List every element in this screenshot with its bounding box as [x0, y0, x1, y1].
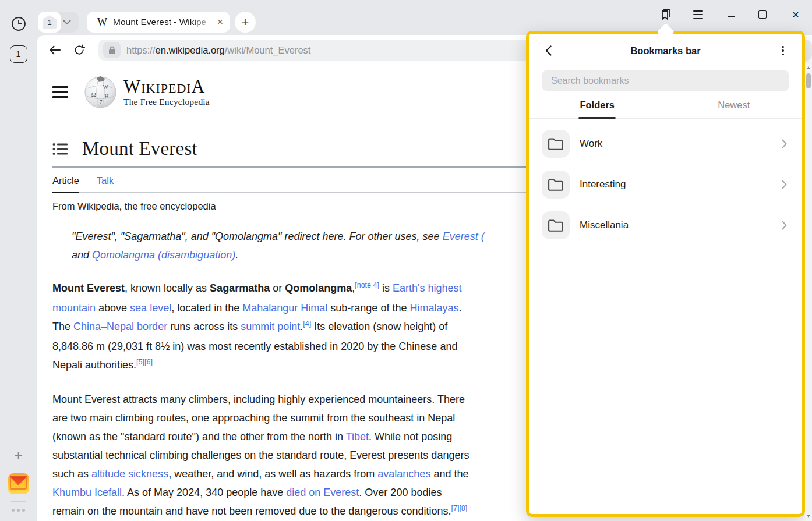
reload-button[interactable]: [69, 40, 89, 60]
svg-text:Ω: Ω: [91, 91, 96, 98]
wiki-link[interactable]: sea level: [130, 302, 171, 314]
folder-row-interesting[interactable]: Interesting: [542, 164, 789, 205]
lock-icon: [108, 46, 116, 55]
wiki-link[interactable]: died on Everest: [286, 487, 359, 498]
chevron-left-icon: [545, 45, 552, 56]
wiki-text: such as: [52, 468, 91, 480]
panel-tabs: Folders Newest: [529, 100, 802, 119]
wiki-link[interactable]: altitude sickness: [91, 468, 168, 480]
url-path: /wiki/Mount_Everest: [225, 45, 311, 56]
folder-name: Interesting: [580, 179, 626, 190]
wiki-text: sub-range of the: [327, 302, 409, 314]
active-tab[interactable]: W Mount Everest - Wikipe ×: [87, 12, 230, 33]
wiki-ref-link[interactable]: [5][6]: [136, 358, 153, 366]
wiki-link[interactable]: Mahalangur Himal: [242, 302, 327, 314]
all-tabs-button[interactable]: 1: [10, 45, 27, 63]
maximize-button[interactable]: [755, 7, 770, 22]
wiki-text: or: [270, 282, 285, 294]
folder-list: Work Interesting Miscellania: [529, 119, 802, 246]
wikipedia-wordmark[interactable]: WikipediA The Free Encyclopedia: [123, 77, 210, 107]
wiki-link[interactable]: Khumbu Icefall: [52, 487, 122, 498]
wiki-link[interactable]: Everest (: [443, 231, 485, 242]
chevron-right-icon: [779, 179, 789, 190]
page-scrollbar[interactable]: [805, 63, 812, 521]
chevron-right-icon: [779, 139, 789, 149]
tab-group-chip[interactable]: 1: [38, 12, 79, 33]
wiki-link[interactable]: mountain: [52, 302, 96, 314]
panel-back-button[interactable]: [541, 43, 556, 58]
wiki-text: and the: [430, 468, 468, 480]
wiki-text: is: [379, 282, 393, 294]
wiki-text: .: [235, 249, 238, 261]
sidebar-add-icon[interactable]: +: [14, 448, 23, 463]
lock-chip[interactable]: [103, 42, 121, 58]
wiki-text: The: [52, 321, 73, 332]
wiki-link[interactable]: China–Nepal border: [73, 321, 167, 332]
wiki-text: Qomolangma: [285, 282, 352, 294]
wiki-text: are two main climbing routes, one approa…: [52, 412, 455, 424]
wordmark-tagline: The Free Encyclopedia: [123, 97, 210, 107]
wiki-text: . While not posing: [369, 431, 452, 442]
tab-close-icon[interactable]: ×: [217, 16, 223, 28]
wiki-text: . As of May 2024, 340 people have: [122, 487, 286, 498]
wikipedia-favicon: W: [97, 16, 107, 29]
scroll-down-arrow[interactable]: [807, 515, 810, 518]
history-icon[interactable]: [10, 15, 27, 33]
bookmarks-icon: [659, 8, 673, 22]
wiki-text: Sagarmatha: [210, 282, 270, 294]
wiki-menu-icon[interactable]: [52, 86, 68, 98]
chevron-down-icon: [63, 20, 71, 25]
wiki-text: Mount Everest: [52, 282, 125, 294]
minimize-button[interactable]: [723, 7, 739, 22]
close-window-button[interactable]: ×: [788, 7, 803, 22]
folder-row-work[interactable]: Work: [542, 123, 789, 164]
url-scheme: https://: [126, 45, 156, 56]
maximize-icon: [758, 10, 767, 19]
tab-article[interactable]: Article: [52, 175, 79, 193]
bookmarks-panel: Bookmarks bar Folders Newest Work Intere…: [526, 31, 805, 517]
panel-menu-icon[interactable]: [775, 43, 790, 58]
back-button[interactable]: [45, 40, 65, 60]
tab-folders[interactable]: Folders: [529, 100, 666, 118]
bookmarks-panel-button[interactable]: [658, 7, 673, 22]
wiki-ref-link[interactable]: [4]: [303, 320, 311, 328]
scroll-thumb[interactable]: [806, 73, 811, 88]
wiki-text: runs across its: [167, 321, 241, 332]
panel-title: Bookmarks bar: [556, 45, 775, 56]
wiki-ref-link[interactable]: [7][8]: [451, 504, 467, 512]
browser-menu-button[interactable]: [690, 7, 705, 22]
wiki-link[interactable]: Qomolangma (disambiguation): [92, 249, 235, 261]
more-options-icon[interactable]: [12, 509, 25, 512]
sidebar-tab-count: 1: [16, 49, 21, 59]
tab-group-count-button[interactable]: 1: [38, 12, 61, 33]
wiki-link[interactable]: Himalayas: [409, 302, 458, 314]
folder-name: Miscellania: [580, 219, 629, 231]
scroll-up-arrow[interactable]: [807, 66, 810, 69]
mail-envelope-body: [10, 476, 27, 490]
folder-name: Work: [580, 138, 602, 150]
wiki-ref-link[interactable]: [note 4]: [355, 281, 379, 289]
page-title: Mount Everest: [82, 138, 197, 160]
toc-icon[interactable]: [52, 143, 68, 155]
wiki-text: , known locally as: [125, 282, 210, 294]
new-tab-button[interactable]: +: [235, 12, 256, 33]
wiki-link[interactable]: Earth's highest: [393, 282, 462, 294]
wiki-link[interactable]: summit point: [241, 321, 300, 332]
wiki-link[interactable]: Tibet: [346, 431, 369, 442]
wiki-text: 8,848.86 m (29,031 ft 8½ in) was most re…: [52, 341, 457, 352]
wiki-text: substantial technical climbing challenge…: [52, 449, 469, 461]
browser-sidebar: 1 +: [0, 0, 37, 521]
tab-talk[interactable]: Talk: [97, 175, 114, 192]
sidebar-divider: [11, 501, 26, 502]
wiki-text: . Over 200 bodies: [359, 487, 442, 498]
wordmark-title: WikipediA: [123, 77, 210, 95]
folder-icon: [542, 130, 570, 158]
mail-app-icon[interactable]: [8, 473, 29, 494]
tab-strip: 1 W Mount Everest - Wikipe × + ×: [37, 0, 812, 35]
folder-row-miscellania[interactable]: Miscellania: [542, 205, 789, 246]
wiki-text: and: [72, 249, 92, 261]
wiki-text: .: [458, 302, 461, 314]
wiki-link[interactable]: avalanches: [377, 468, 430, 480]
search-bookmarks-input[interactable]: [542, 70, 789, 91]
tab-newest[interactable]: Newest: [666, 100, 803, 118]
